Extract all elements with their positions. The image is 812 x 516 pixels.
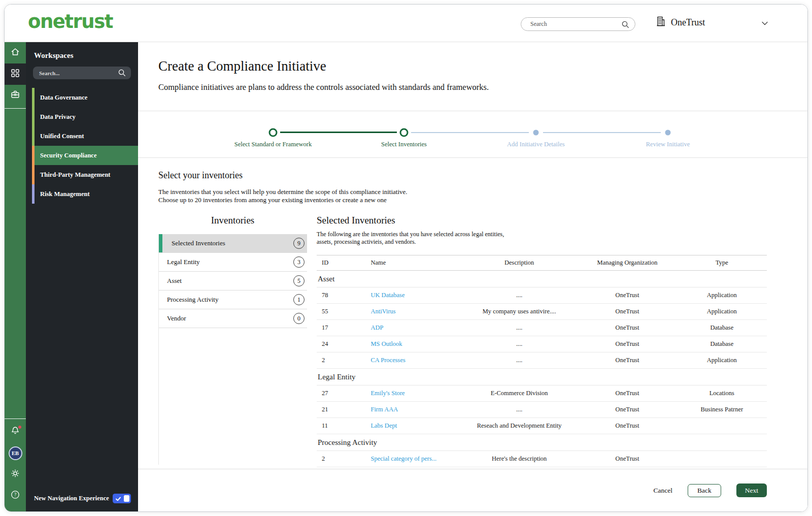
profile-button[interactable]: EB	[5, 442, 26, 464]
step-marker-review-initiative[interactable]	[665, 130, 671, 136]
home-icon	[10, 47, 20, 59]
cell-managing-org: OneTrust	[578, 352, 676, 369]
step-marker-select-inventories[interactable]	[400, 128, 409, 137]
search-icon	[118, 69, 126, 79]
cell-type	[677, 451, 767, 467]
group-row-processing-activity: Processing Activity	[317, 434, 767, 451]
workspace-item-third-party-management[interactable]: Third-Party Management	[26, 165, 138, 184]
step-label-select-inventories: Select Inventories	[338, 141, 470, 148]
workspace-item-security-compliance[interactable]: Security Compliance	[26, 146, 138, 165]
cell-type: Business Patrner	[677, 402, 767, 418]
next-button[interactable]: Next	[736, 483, 767, 497]
inventories-list-panel: Inventories Selected Inventories9Legal E…	[158, 215, 307, 465]
table-row: 24MS Outlook....OneTrustDatabase	[317, 336, 767, 352]
help-icon: ?	[10, 490, 20, 502]
workspace-item-unified-consent[interactable]: Unified Consent	[26, 126, 138, 146]
workspaces-search-input[interactable]	[33, 67, 114, 79]
inventory-name-link[interactable]: UK Database	[370, 292, 404, 299]
table-row: 17ADP....OneTrustDatabase	[317, 320, 767, 336]
workspaces-search[interactable]	[33, 67, 131, 79]
column-header-type: Type	[677, 255, 767, 271]
cell-id: 11	[317, 418, 370, 434]
workspace-item-body: Data Privacy	[35, 107, 138, 126]
briefcase-icon	[10, 89, 20, 102]
nav-experience-row: New Navigation Experience	[34, 494, 131, 503]
stepper-segment	[411, 132, 529, 133]
inventory-filter-asset[interactable]: Asset5	[159, 272, 307, 291]
cancel-button[interactable]: Cancel	[654, 487, 672, 495]
inventories-title: Inventories	[158, 215, 307, 226]
workspace-item-list: Data GovernanceData PrivacyUnified Conse…	[26, 88, 138, 204]
cell-description: Here's the description	[461, 451, 578, 467]
group-label: Asset	[317, 271, 767, 287]
help-button[interactable]: ?	[5, 485, 26, 506]
workspace-item-body: Data Governance	[35, 88, 138, 107]
step-marker-select-standard-or-framework[interactable]	[269, 128, 278, 137]
wizard-actions: Cancel Back Next	[138, 469, 807, 511]
inventory-name-link[interactable]: Firm AAA	[370, 406, 398, 413]
back-button[interactable]: Back	[688, 484, 721, 497]
cell-id: 17	[317, 320, 370, 336]
workspace-item-body: Security Compliance	[35, 146, 138, 165]
inventory-filter-label: Processing Activity	[167, 296, 293, 304]
group-row-legal-entity: Legal Entity	[317, 369, 767, 385]
inventory-name-link[interactable]: AntiVirus	[370, 308, 395, 315]
inventory-name-link[interactable]: MS Outlook	[370, 340, 402, 347]
settings-button[interactable]	[5, 464, 26, 485]
cell-id: 55	[317, 304, 370, 320]
workspace-item-risk-management[interactable]: Risk Management	[26, 184, 138, 204]
home-button[interactable]	[5, 42, 26, 63]
inventory-count-badge: 3	[293, 256, 304, 268]
cell-name: AntiVirus	[370, 304, 460, 320]
inventory-name-link[interactable]: CA Processes	[370, 357, 405, 364]
inventory-name-link[interactable]: Special category of pers...	[370, 455, 436, 462]
global-search-input[interactable]	[521, 18, 613, 30]
inventory-filter-label: Vendor	[167, 314, 293, 322]
inventory-count-badge: 0	[293, 313, 304, 324]
workspace-item-label: Third-Party Management	[40, 171, 111, 179]
org-selector[interactable]: OneTrust	[656, 16, 705, 29]
inventory-filter-label: Asset	[167, 277, 293, 285]
column-header-description: Description	[461, 255, 578, 271]
search-icon	[621, 20, 630, 31]
notifications-button[interactable]	[5, 421, 26, 442]
cell-description: ....	[461, 320, 578, 336]
workspaces-panel: Workspaces Data GovernanceData PrivacyUn…	[26, 42, 138, 511]
apps-button[interactable]	[5, 63, 26, 85]
cell-type: Application	[677, 287, 767, 304]
selected-inventories-table: IDNameDescriptionManaging OrganizationTy…	[317, 255, 767, 467]
toggle-knob	[124, 495, 129, 502]
workspace-item-label: Unified Consent	[40, 133, 84, 140]
cell-type	[677, 418, 767, 434]
wizard-stepper: Select Standard or FrameworkSelect Inven…	[138, 111, 807, 158]
inventory-name-link[interactable]: ADP	[370, 324, 383, 331]
cell-name: ADP	[370, 320, 460, 336]
inventory-name-link[interactable]: Emily's Store	[370, 390, 404, 397]
inventory-filter-selected-inventories[interactable]: Selected Inventories9	[159, 234, 307, 253]
cell-name: Labs Dept	[370, 418, 460, 434]
workspace-item-label: Security Compliance	[40, 152, 96, 159]
inventory-filter-processing-activity[interactable]: Processing Activity1	[159, 291, 307, 309]
inventory-filter-vendor[interactable]: Vendor0	[159, 309, 307, 328]
onetrust-logo: onetrust	[28, 11, 113, 33]
inventory-filter-legal-entity[interactable]: Legal Entity3	[159, 253, 307, 272]
projects-button[interactable]	[5, 85, 26, 106]
stepper-segment	[543, 132, 661, 133]
nav-experience-toggle[interactable]	[113, 494, 131, 503]
workspace-item-body: Unified Consent	[35, 126, 138, 146]
workspace-item-data-privacy[interactable]: Data Privacy	[26, 107, 138, 126]
svg-text:?: ?	[14, 492, 16, 497]
main-content: Create a Compliance Initiative Complianc…	[138, 42, 807, 511]
inventory-name-link[interactable]: Labs Dept	[370, 422, 397, 429]
workspace-item-data-governance[interactable]: Data Governance	[26, 88, 138, 107]
global-search[interactable]	[521, 17, 635, 31]
cell-id: 27	[317, 385, 370, 402]
cell-name: Special category of pers...	[370, 451, 460, 467]
inventory-count-badge: 1	[293, 294, 304, 305]
avatar: EB	[9, 446, 22, 460]
cell-type: Application	[677, 304, 767, 320]
step-marker-add-initiative-detailes[interactable]	[533, 130, 539, 136]
rail-divider	[5, 108, 26, 109]
apps-grid-icon	[10, 68, 20, 80]
chevron-down-icon[interactable]	[760, 18, 770, 30]
